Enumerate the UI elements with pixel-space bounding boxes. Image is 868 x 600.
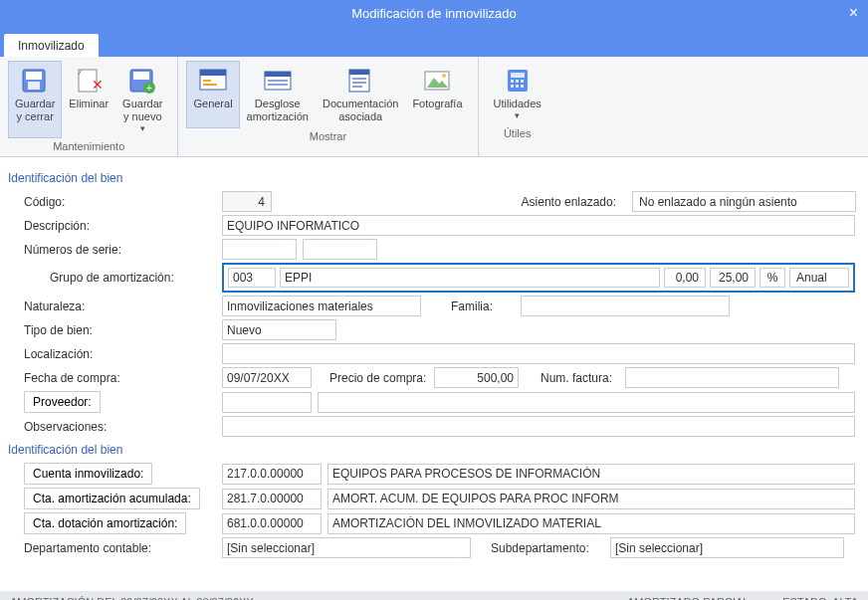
- proveedor-desc-input[interactable]: [318, 392, 855, 413]
- guardar-cerrar-label: Guardar y cerrar: [15, 98, 55, 123]
- ribbon-group-mostrar: General Desglose amortización Documentac…: [178, 57, 478, 156]
- dropdown-arrow-icon: ▾: [515, 110, 520, 120]
- eliminar-label: Eliminar: [69, 98, 108, 110]
- fechacompra-label: Fecha de compra:: [8, 371, 222, 385]
- save-close-icon: [18, 66, 52, 96]
- svg-rect-18: [349, 70, 369, 75]
- fechacompra-input[interactable]: [222, 367, 312, 388]
- window-title: Modificación de inmovilizado: [351, 6, 516, 21]
- grupo-v2: 25,00: [710, 268, 756, 288]
- title-bar: Modificación de inmovilizado ×: [0, 0, 868, 28]
- svg-rect-6: [133, 72, 149, 80]
- numserie-b-input[interactable]: [303, 239, 377, 260]
- doc-icon: [343, 66, 377, 96]
- svg-rect-21: [352, 86, 362, 88]
- form-area: Identificación del bien Código: 4 Asient…: [0, 157, 868, 571]
- guardar-nuevo-label: Guardar y nuevo: [122, 98, 162, 123]
- preciocompra-input[interactable]: [434, 367, 519, 388]
- svg-rect-14: [265, 72, 291, 77]
- tab-inmovilizado[interactable]: Inmovilizado: [4, 34, 99, 57]
- ctadot-cod-input[interactable]: [222, 513, 322, 534]
- delete-icon: ✕: [72, 66, 106, 96]
- general-button[interactable]: General: [186, 61, 239, 128]
- numserie-a-input[interactable]: [222, 239, 297, 260]
- grupo-cod-input[interactable]: [228, 268, 276, 288]
- status-right1: AMORTIZADO PARCIAL: [627, 596, 749, 600]
- svg-text:+: +: [146, 83, 152, 94]
- doc-label: Documentación asociada: [323, 98, 398, 123]
- svg-rect-30: [511, 85, 514, 88]
- status-right2: ESTADO: ALTA: [782, 596, 858, 600]
- tipobien-select[interactable]: Nuevo: [222, 319, 336, 340]
- svg-rect-27: [511, 80, 514, 83]
- utilities-icon: [501, 66, 535, 96]
- svg-rect-11: [203, 80, 211, 82]
- numfactura-label: Num. factura:: [541, 371, 625, 385]
- grupo-desc-input[interactable]: [280, 268, 660, 288]
- naturaleza-select[interactable]: Inmovilizaciones materiales: [222, 296, 421, 316]
- observaciones-label: Observaciones:: [8, 420, 222, 434]
- svg-rect-28: [516, 80, 519, 83]
- desglose-button[interactable]: Desglose amortización: [240, 61, 316, 128]
- localizacion-input[interactable]: [222, 343, 855, 364]
- ctadot-desc-input[interactable]: [327, 513, 855, 534]
- section2-title: Identificación del bien: [8, 443, 856, 457]
- ctainmov-desc-input[interactable]: [327, 464, 855, 485]
- ctaamortac-button[interactable]: Cta. amortización acumulada:: [24, 488, 200, 509]
- status-bar: AMORTIZACIÓN DEL 09/07/20XX AL 08/07/20X…: [0, 591, 868, 600]
- tab-strip: Inmovilizado: [0, 28, 868, 57]
- numfactura-input[interactable]: [625, 367, 839, 388]
- svg-point-24: [442, 74, 446, 78]
- tipobien-label: Tipo de bien:: [8, 323, 222, 337]
- ctainmov-cod-input[interactable]: [222, 464, 322, 485]
- ctaamortac-cod-input[interactable]: [222, 489, 322, 509]
- guardar-cerrar-button[interactable]: Guardar y cerrar: [8, 61, 62, 138]
- svg-rect-32: [521, 85, 524, 88]
- svg-rect-1: [26, 72, 42, 80]
- ribbon-group-mostrar-title: Mostrar: [186, 128, 469, 144]
- descripcion-label: Descripción:: [8, 219, 222, 233]
- ctainmov-button[interactable]: Cuenta inmovilizado:: [24, 463, 152, 485]
- eliminar-button[interactable]: ✕ Eliminar: [62, 61, 115, 138]
- status-left: AMORTIZACIÓN DEL 09/07/20XX AL 08/07/20X…: [10, 591, 254, 600]
- asiento-value: No enlazado a ningún asiento: [632, 191, 856, 212]
- desglose-icon: [261, 66, 295, 96]
- svg-rect-29: [521, 80, 524, 83]
- ribbon-group-mantenimiento: Guardar y cerrar ✕ Eliminar + Guardar y …: [0, 57, 178, 156]
- grupo-unit: %: [760, 268, 785, 288]
- svg-rect-26: [511, 73, 525, 78]
- familia-select[interactable]: [521, 296, 730, 316]
- photo-icon: [420, 66, 454, 96]
- dept-select[interactable]: [Sin seleccionar]: [222, 537, 471, 558]
- codigo-value: 4: [222, 191, 272, 212]
- guardar-nuevo-button[interactable]: + Guardar y nuevo ▾: [115, 61, 169, 138]
- ctaamortac-desc-input[interactable]: [327, 489, 855, 509]
- svg-rect-20: [352, 82, 366, 84]
- ctadot-button[interactable]: Cta. dotación amortización:: [24, 512, 186, 534]
- codigo-label: Código:: [8, 195, 222, 209]
- proveedor-cod-input[interactable]: [222, 392, 312, 413]
- svg-rect-31: [516, 85, 519, 88]
- grupo-amortizacion-box: 0,00 25,00 % Anual: [222, 263, 855, 293]
- numserie-label: Números de serie:: [8, 243, 222, 257]
- observaciones-input[interactable]: [222, 416, 855, 437]
- svg-text:✕: ✕: [92, 77, 102, 93]
- familia-label: Familia:: [451, 300, 521, 313]
- svg-rect-15: [268, 80, 288, 82]
- doc-button[interactable]: Documentación asociada: [316, 61, 405, 128]
- foto-button[interactable]: Fotografía: [405, 61, 469, 128]
- dept-label: Departamento contable:: [8, 541, 222, 555]
- close-icon[interactable]: ×: [849, 4, 858, 22]
- svg-rect-2: [28, 82, 40, 90]
- grupo-label: Grupo de amortización:: [34, 271, 222, 285]
- subdept-select[interactable]: [Sin seleccionar]: [610, 537, 844, 558]
- proveedor-button[interactable]: Proveedor:: [24, 391, 101, 413]
- svg-rect-16: [268, 84, 288, 86]
- descripcion-input[interactable]: [222, 215, 855, 236]
- general-label: General: [193, 98, 232, 110]
- preciocompra-label: Precio de compra:: [329, 371, 434, 385]
- foto-label: Fotografía: [412, 98, 462, 110]
- ribbon-group-utiles-title: Útiles: [487, 125, 548, 141]
- utilidades-button[interactable]: Utilidades ▾: [487, 61, 548, 125]
- general-icon: [196, 66, 230, 96]
